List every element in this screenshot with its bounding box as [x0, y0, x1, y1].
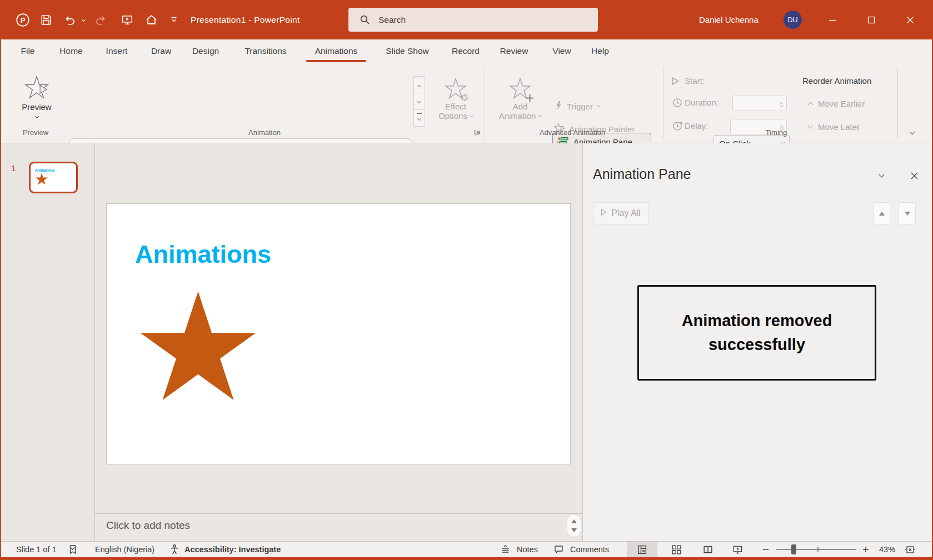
undo-dropdown-icon[interactable]	[79, 0, 87, 39]
notes-placeholder[interactable]: Click to add notes	[106, 519, 190, 532]
search-icon	[360, 14, 370, 25]
tab-transitions[interactable]: Transitions	[245, 39, 286, 62]
gallery-scroll-column	[413, 77, 425, 127]
gallery-more-button[interactable]	[413, 109, 425, 127]
undo-icon[interactable]	[63, 0, 77, 39]
zoom-in-icon[interactable]	[862, 542, 869, 557]
tab-slide-show[interactable]: Slide Show	[386, 39, 429, 62]
slideshow-view-icon[interactable]	[732, 542, 743, 557]
search-input[interactable]: Search	[348, 8, 598, 32]
tab-insert[interactable]: Insert	[106, 39, 128, 62]
pane-move-up-button[interactable]	[873, 202, 890, 224]
group-label-preview: Preview	[23, 128, 48, 137]
zoom-level[interactable]: 43%	[879, 542, 895, 557]
minimize-button[interactable]	[813, 0, 852, 39]
tab-help[interactable]: Help	[591, 39, 609, 62]
trigger-icon	[555, 101, 562, 112]
notes-divider[interactable]	[95, 513, 582, 514]
close-button[interactable]	[891, 0, 930, 39]
group-separator	[485, 67, 485, 139]
zoom-slider-thumb[interactable]	[791, 544, 796, 554]
ribbon: Preview Split Wipe Shape Wheel Random Ba…	[0, 62, 933, 143]
reorder-animation-label: Reorder Animation	[802, 76, 871, 86]
preview-dropdown-icon	[34, 114, 38, 118]
start-label: Start:	[685, 76, 705, 86]
effect-options-label-2: Options	[438, 111, 467, 121]
svg-text:P: P	[20, 16, 25, 24]
group-label-advanced-animation: Advanced Animation	[540, 128, 606, 137]
save-icon[interactable]	[39, 0, 53, 39]
notes-icon	[500, 542, 511, 557]
group-separator	[897, 67, 898, 139]
search-placeholder: Search	[378, 15, 406, 25]
trigger-label: Trigger	[567, 102, 593, 111]
fit-slide-to-window-icon[interactable]	[905, 542, 916, 557]
duration-label: Duration:	[685, 98, 719, 107]
trigger-button[interactable]: Trigger	[555, 99, 600, 113]
gallery-scroll-up-button[interactable]	[413, 76, 425, 93]
tab-view[interactable]: View	[552, 39, 571, 62]
accessibility-icon	[169, 542, 180, 557]
slide-thumbnail-panel: 1 Animations	[1, 143, 94, 541]
collapse-ribbon-icon[interactable]	[905, 127, 919, 139]
slide-thumbnail[interactable]: Animations	[29, 162, 78, 193]
duration-input[interactable]	[732, 96, 787, 111]
preview-button[interactable]: Preview	[14, 76, 59, 118]
move-later-button[interactable]: Move Later	[809, 122, 860, 132]
avatar[interactable]: DU	[784, 11, 802, 29]
comments-toggle[interactable]: Comments	[570, 542, 609, 557]
gallery-scroll-down-button[interactable]	[413, 93, 425, 110]
group-label-timing: Timing	[766, 128, 787, 137]
tab-animations[interactable]: Animations	[315, 39, 358, 62]
spellcheck-icon[interactable]	[68, 542, 78, 557]
pane-move-down-button[interactable]	[899, 202, 916, 224]
slide-title[interactable]: Animations	[135, 240, 271, 269]
notes-toggle[interactable]: Notes	[517, 542, 538, 557]
dialog-launcher-icon[interactable]	[473, 128, 481, 136]
delay-clock-icon	[672, 121, 682, 131]
slide-sorter-view-icon[interactable]	[671, 542, 682, 557]
scroll-down-icon[interactable]	[571, 528, 577, 532]
slide-number: 1	[11, 163, 16, 173]
tab-design[interactable]: Design	[192, 39, 219, 62]
comments-icon	[553, 542, 564, 557]
trigger-dropdown-icon	[597, 103, 601, 107]
move-earlier-icon	[808, 102, 814, 108]
tab-draw[interactable]: Draw	[151, 39, 171, 62]
customize-qat-icon[interactable]	[168, 0, 179, 39]
group-separator	[62, 67, 62, 139]
maximize-button[interactable]	[852, 0, 891, 39]
reading-view-icon[interactable]	[702, 542, 714, 557]
preview-star-icon	[24, 76, 49, 101]
add-animation-label-2: Animation	[499, 111, 536, 121]
pane-collapse-icon[interactable]	[874, 168, 889, 183]
language-indicator[interactable]: English (Nigeria)	[95, 542, 154, 557]
accessibility-status[interactable]: Accessibility: Investigate	[184, 542, 281, 557]
zoom-out-icon[interactable]	[762, 542, 769, 557]
user-name[interactable]: Daniel Uchenna	[699, 0, 759, 39]
group-label-animation: Animation	[248, 128, 281, 137]
tab-home[interactable]: Home	[59, 39, 82, 62]
window-border-left	[0, 39, 1, 557]
add-animation-button[interactable]: Add Animation	[497, 78, 543, 121]
redo-icon[interactable]	[93, 0, 108, 39]
powerpoint-logo-icon[interactable]: P	[15, 0, 30, 39]
zoom-slider-track[interactable]	[776, 549, 856, 550]
delay-label: Delay:	[685, 121, 709, 131]
home-icon[interactable]	[144, 0, 158, 39]
move-later-label: Move Later	[818, 122, 860, 132]
move-earlier-button[interactable]: Move Earlier	[809, 99, 865, 108]
notes-scroll-buttons	[567, 514, 581, 537]
start-slideshow-icon[interactable]	[120, 0, 134, 39]
play-all-button[interactable]: Play All	[593, 202, 648, 224]
slide-indicator[interactable]: Slide 1 of 1	[16, 542, 57, 557]
slide-star-shape[interactable]	[135, 289, 261, 405]
tab-record[interactable]: Record	[452, 39, 480, 62]
effect-options-button[interactable]: Effect Options	[432, 78, 479, 121]
tab-review[interactable]: Review	[500, 39, 528, 62]
scroll-up-icon[interactable]	[571, 519, 577, 523]
move-later-icon	[808, 123, 814, 129]
pane-close-icon[interactable]	[906, 168, 922, 183]
normal-view-icon[interactable]	[637, 542, 647, 557]
tab-file[interactable]: File	[21, 39, 35, 62]
